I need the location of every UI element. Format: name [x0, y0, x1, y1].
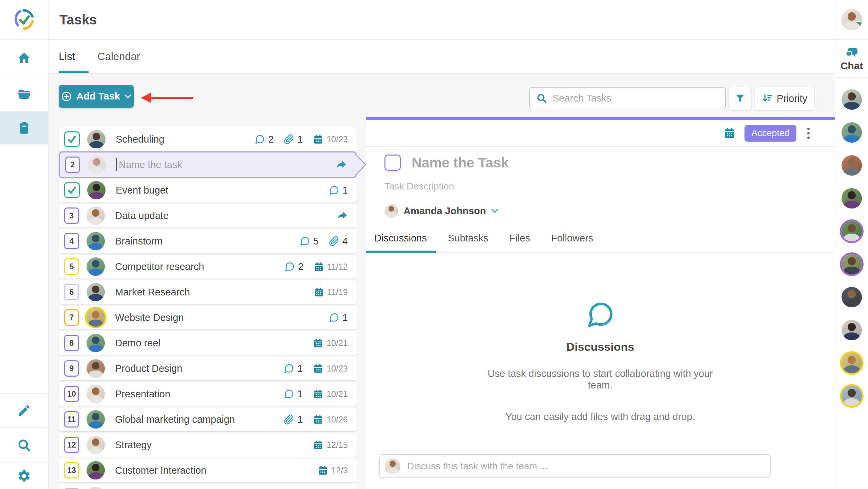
- tab-list[interactable]: List: [59, 51, 75, 63]
- empty-state-text: Use task discussions to start collaborat…: [487, 368, 714, 391]
- task-name-placeholder[interactable]: Name the task: [119, 159, 182, 170]
- task-number-badge[interactable]: 8: [64, 335, 79, 351]
- view-tab-bar: List Calendar: [49, 40, 835, 74]
- sidebar-item-tasks[interactable]: [0, 112, 48, 145]
- task-row[interactable]: 7 Website Design 1: [59, 306, 357, 329]
- tab-followers[interactable]: Followers: [551, 233, 593, 244]
- due-date-picker-icon[interactable]: [723, 127, 736, 139]
- forward-icon[interactable]: [335, 159, 347, 170]
- task-avatar: [87, 232, 105, 250]
- task-avatar: [87, 385, 105, 403]
- task-number-badge[interactable]: 11: [64, 411, 79, 428]
- task-row[interactable]: 3 Data update: [59, 204, 357, 228]
- more-options-icon[interactable]: [805, 126, 812, 141]
- task-row[interactable]: 11 Global marketing campaign 1 10/26: [59, 408, 357, 431]
- task-row[interactable]: 12 Strategy 12/15: [59, 433, 357, 457]
- empty-state-hint: You can easily add files with drag and d…: [366, 411, 835, 422]
- task-checkbox[interactable]: [64, 182, 80, 198]
- task-row[interactable]: 13 Customer Interaction 12/3: [59, 458, 357, 482]
- task-number-badge[interactable]: 10: [64, 386, 79, 402]
- task-title: Customer Interaction: [115, 465, 206, 476]
- chat-contact-avatar[interactable]: [842, 89, 862, 110]
- calendar-icon: [314, 261, 324, 272]
- check-icon: [67, 134, 77, 145]
- sort-priority-button[interactable]: Priority: [755, 87, 814, 110]
- sidebar-item-compose[interactable]: [0, 394, 48, 428]
- chat-contact-avatar[interactable]: [842, 155, 862, 176]
- task-title-placeholder[interactable]: Name the Task: [412, 155, 509, 171]
- task-row-partial[interactable]: [59, 484, 357, 489]
- filter-button[interactable]: [729, 87, 751, 110]
- task-avatar: [87, 283, 105, 301]
- forward-icon[interactable]: [336, 210, 348, 221]
- task-row[interactable]: 4 Brainstorm 5 4: [59, 229, 357, 253]
- current-user-avatar[interactable]: [841, 9, 862, 30]
- search-tasks-input[interactable]: [552, 92, 719, 104]
- task-avatar: [87, 436, 105, 454]
- chat-contact-avatar[interactable]: [842, 122, 862, 143]
- due-date: 10/21: [313, 389, 348, 399]
- app-logo[interactable]: [0, 0, 48, 40]
- add-task-button[interactable]: Add Task: [59, 85, 134, 108]
- task-row[interactable]: Event buget 1: [59, 178, 357, 202]
- task-row[interactable]: 5 Competitor research 2 11/12: [59, 255, 357, 278]
- task-row[interactable]: 10 Presentation 1 10/21: [59, 382, 357, 406]
- discussion-input[interactable]: [407, 460, 765, 472]
- sidebar-item-home[interactable]: [0, 40, 48, 76]
- task-number-badge[interactable]: 2: [65, 157, 80, 173]
- chat-contact-avatar[interactable]: [842, 320, 862, 340]
- task-title: Demo reel: [115, 338, 161, 349]
- chat-toggle[interactable]: Chat: [835, 40, 868, 78]
- task-title: Brainstorm: [115, 236, 163, 247]
- task-number-badge[interactable]: 5: [64, 258, 79, 275]
- task-number-badge[interactable]: 13: [64, 462, 79, 478]
- task-row[interactable]: 6 Market Research 11/19: [59, 280, 357, 304]
- task-row[interactable]: 9 Product Design 1 10/23: [59, 357, 357, 380]
- task-avatar: [87, 206, 105, 225]
- sidebar-item-search[interactable]: [0, 428, 48, 463]
- task-avatar: [87, 487, 105, 489]
- chat-contact-avatar[interactable]: [842, 386, 862, 406]
- task-number-badge[interactable]: 3: [64, 207, 79, 224]
- task-number-badge[interactable]: 12: [64, 437, 79, 453]
- tab-discussions[interactable]: Discussions: [374, 233, 427, 244]
- status-badge[interactable]: Accepted: [744, 125, 796, 142]
- task-number: 10: [67, 390, 76, 399]
- page-header: Tasks: [49, 0, 835, 40]
- current-user-avatar: [385, 458, 400, 474]
- task-description-placeholder[interactable]: Task Description: [384, 181, 835, 192]
- due-date: 12/15: [313, 440, 348, 450]
- task-number-badge[interactable]: 6: [64, 284, 79, 300]
- chat-sidebar: Chat: [835, 0, 868, 489]
- chat-contact-avatar[interactable]: [842, 287, 862, 307]
- calendar-icon: [313, 338, 323, 348]
- chat-contact-avatar[interactable]: [842, 254, 862, 274]
- comments-icon: [329, 312, 339, 323]
- tab-subtasks[interactable]: Subtasks: [448, 233, 488, 244]
- task-avatar: [87, 359, 105, 378]
- chat-contact-avatar[interactable]: [842, 353, 862, 373]
- task-title: Website Design: [115, 312, 184, 323]
- assignee-selector[interactable]: Amanda Johnson: [384, 204, 835, 218]
- due-date: 10/21: [313, 338, 348, 348]
- task-row[interactable]: Scheduling 2 1 10/23: [59, 127, 357, 151]
- tutorial-arrow: [141, 93, 193, 103]
- task-row-editing[interactable]: 2 Name the task: [59, 151, 357, 178]
- detail-checkbox[interactable]: [384, 155, 401, 171]
- search-icon: [536, 93, 547, 104]
- task-number-badge[interactable]: 9: [64, 360, 79, 377]
- tab-files[interactable]: Files: [509, 233, 530, 244]
- sidebar-item-projects[interactable]: [0, 76, 48, 112]
- pencil-icon: [17, 403, 31, 418]
- tab-calendar[interactable]: Calendar: [97, 51, 140, 63]
- sidebar-item-settings[interactable]: [0, 463, 48, 489]
- chat-contact-avatar[interactable]: [842, 188, 862, 209]
- task-number-badge[interactable]: 7: [64, 309, 79, 326]
- task-checkbox[interactable]: [64, 131, 80, 147]
- task-row[interactable]: 8 Demo reel 10/21: [59, 331, 357, 355]
- chat-contact-avatar[interactable]: [842, 221, 862, 241]
- task-avatar: [87, 410, 105, 429]
- page-title: Tasks: [59, 12, 97, 28]
- task-number-badge[interactable]: 4: [64, 233, 79, 249]
- paperclip-icon: [284, 414, 294, 425]
